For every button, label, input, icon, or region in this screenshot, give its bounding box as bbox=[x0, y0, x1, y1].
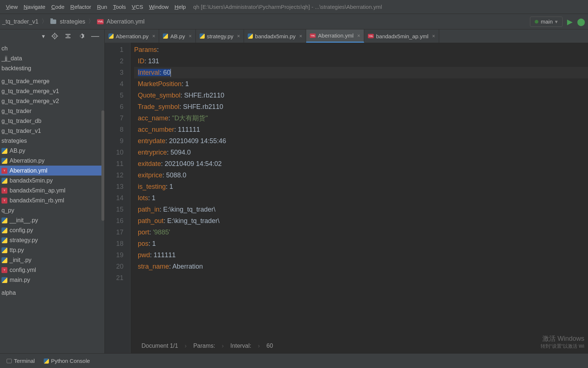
code-line[interactable]: exitdate: 20210409 14:54:02 bbox=[134, 158, 588, 170]
status-doc-position: Document 1/1 bbox=[141, 343, 178, 349]
status-path-segment[interactable]: 60 bbox=[266, 343, 273, 349]
tree-item[interactable]: strategies bbox=[0, 136, 104, 146]
code-line[interactable]: pos: 1 bbox=[134, 238, 588, 250]
debug-button[interactable]: ⬤ bbox=[577, 17, 585, 26]
code-body[interactable]: Params: ID: 131 Interval: 60 MarketPosit… bbox=[130, 43, 588, 353]
gear-icon[interactable] bbox=[78, 33, 85, 39]
menu-run[interactable]: Run bbox=[94, 2, 110, 11]
menu-vcs[interactable]: VCS bbox=[129, 2, 146, 11]
code-line[interactable]: Trade_symbol: SHFE.rb2110 bbox=[134, 101, 588, 113]
tree-item-label: bandadx5min_rb.yml bbox=[10, 197, 64, 204]
code-line[interactable]: ID: 131 bbox=[134, 56, 588, 67]
tree-item[interactable]: Ybandadx5min_rb.yml bbox=[0, 195, 104, 205]
code-line[interactable]: MarketPosition: 1 bbox=[134, 78, 588, 90]
close-tab-icon[interactable]: × bbox=[152, 33, 155, 39]
code-line[interactable]: Params: bbox=[134, 44, 588, 56]
run-configuration-selector[interactable]: main ▾ bbox=[530, 17, 563, 27]
code-line[interactable]: Quote_symbol: SHFE.rb2110 bbox=[134, 90, 588, 101]
close-tab-icon[interactable]: × bbox=[357, 33, 360, 39]
python-console-icon bbox=[44, 358, 49, 364]
menu-refactor[interactable]: Refactor bbox=[67, 2, 94, 11]
editor-tab[interactable]: YMLbandadx5min_ap.yml× bbox=[364, 29, 439, 43]
tree-item-label: bandadx5min.py bbox=[10, 177, 53, 184]
close-tab-icon[interactable]: × bbox=[237, 33, 240, 39]
breadcrumb-item[interactable]: strategies bbox=[60, 18, 85, 25]
tree-item[interactable]: strategy.py bbox=[0, 235, 104, 245]
locate-icon[interactable] bbox=[51, 33, 58, 39]
close-tab-icon[interactable]: × bbox=[299, 33, 302, 39]
expand-arrow-icon[interactable]: ▾ bbox=[42, 33, 45, 40]
tree-item[interactable]: Aberration.py bbox=[0, 156, 104, 166]
menu-window[interactable]: Window bbox=[146, 2, 171, 11]
code-line[interactable]: port: '9885' bbox=[134, 227, 588, 238]
tree-item[interactable]: bandadx5min.py bbox=[0, 176, 104, 185]
editor-tab[interactable]: AB.py× bbox=[159, 29, 196, 43]
code-line[interactable]: entrydate: 20210409 14:55:46 bbox=[134, 135, 588, 147]
python-file-icon bbox=[163, 33, 168, 39]
tree-item[interactable]: Ybandadx5min_ap.yml bbox=[0, 185, 104, 195]
status-path-segment[interactable]: Interval: bbox=[230, 343, 251, 349]
code-area[interactable]: 123456789101112131415161718192021 Params… bbox=[105, 43, 588, 353]
tree-item[interactable]: __init__.py bbox=[0, 215, 104, 225]
file-tree[interactable]: ch_jj_databacktestingg_tq_trade_mergeg_t… bbox=[0, 43, 104, 353]
tree-item[interactable]: g_tq_trade_merge bbox=[0, 76, 104, 86]
code-line[interactable]: pwd: 111111 bbox=[134, 250, 588, 261]
menu-help[interactable]: Help bbox=[172, 2, 189, 11]
status-path-segment[interactable]: Params: bbox=[193, 343, 215, 349]
tree-item[interactable]: AB.py bbox=[0, 146, 104, 156]
tree-item[interactable]: g_tq_trader bbox=[0, 106, 104, 116]
tree-item[interactable]: YAberration.yml bbox=[0, 166, 104, 176]
window-title-path: qh [E:\Users\Administrator\PycharmProjec… bbox=[193, 4, 382, 10]
code-line[interactable]: acc_number: 111111 bbox=[134, 124, 588, 135]
line-number: 16 bbox=[105, 215, 123, 227]
terminal-tool-button[interactable]: Terminal bbox=[7, 358, 35, 364]
scrollbar-thumb[interactable] bbox=[101, 110, 104, 221]
editor-tabs: Aberration.py×AB.py×strategy.py×bandadx5… bbox=[105, 29, 588, 43]
code-line[interactable]: stra_name: Aberration bbox=[134, 261, 588, 272]
tree-item[interactable]: q_py bbox=[0, 205, 104, 215]
code-line[interactable] bbox=[134, 272, 588, 284]
python-file-icon bbox=[1, 227, 7, 233]
code-line[interactable]: path_out: E:\king_tq_trader\ bbox=[134, 215, 588, 227]
code-line[interactable]: acc_name: "D大有期货" bbox=[134, 113, 588, 124]
tree-item[interactable]: backtesting bbox=[0, 63, 104, 73]
tab-label: AB.py bbox=[170, 33, 185, 39]
tree-item[interactable]: ttp.py bbox=[0, 245, 104, 255]
tree-item[interactable]: alpha bbox=[0, 288, 104, 298]
editor-tab[interactable]: Aberration.py× bbox=[105, 29, 159, 43]
code-line[interactable]: Interval: 60 bbox=[134, 67, 588, 78]
python-console-tool-button[interactable]: Python Console bbox=[44, 358, 90, 364]
breadcrumb-item[interactable]: _tq_trader_v1 bbox=[2, 18, 39, 25]
tree-item[interactable]: _jj_data bbox=[0, 53, 104, 63]
code-line[interactable]: is_testing: 1 bbox=[134, 181, 588, 192]
code-line[interactable]: exitprice: 5088.0 bbox=[134, 170, 588, 181]
collapse-all-icon[interactable] bbox=[65, 33, 71, 39]
menu-view[interactable]: View bbox=[3, 2, 21, 11]
close-tab-icon[interactable]: × bbox=[189, 33, 191, 39]
breadcrumb-item[interactable]: Aberration.yml bbox=[107, 18, 144, 25]
editor: Aberration.py×AB.py×strategy.py×bandadx5… bbox=[105, 29, 588, 353]
menu-code[interactable]: Code bbox=[48, 2, 67, 11]
run-button[interactable]: ▶ bbox=[567, 17, 573, 26]
menu-navigate[interactable]: Navigate bbox=[21, 2, 48, 11]
tree-item[interactable]: _init_.py bbox=[0, 255, 104, 265]
close-tab-icon[interactable]: × bbox=[432, 33, 435, 39]
tree-item[interactable]: g_tq_trader_db bbox=[0, 116, 104, 126]
tree-item-label: ch bbox=[1, 45, 8, 52]
editor-tab[interactable]: YMLAberration.yml× bbox=[306, 29, 364, 43]
code-line[interactable]: lots: 1 bbox=[134, 192, 588, 204]
line-number: 1 bbox=[105, 44, 123, 56]
tree-item[interactable]: g_tq_trade_merge_v2 bbox=[0, 96, 104, 106]
editor-tab[interactable]: strategy.py× bbox=[196, 29, 244, 43]
tree-item[interactable]: main.py bbox=[0, 275, 104, 285]
menu-tools[interactable]: Tools bbox=[110, 2, 129, 11]
tree-item[interactable]: ch bbox=[0, 43, 104, 53]
hide-sidebar-button[interactable]: — bbox=[91, 33, 99, 39]
code-line[interactable]: entryprice: 5094.0 bbox=[134, 147, 588, 158]
tree-item[interactable]: config.py bbox=[0, 225, 104, 235]
tree-item[interactable]: g_tq_trade_merge_v1 bbox=[0, 86, 104, 96]
editor-tab[interactable]: bandadx5min.py× bbox=[244, 29, 306, 43]
tree-item[interactable]: Yconfig.yml bbox=[0, 265, 104, 275]
tree-item[interactable]: g_tq_trader_v1 bbox=[0, 126, 104, 136]
code-line[interactable]: path_in: E:\king_tq_trader\ bbox=[134, 204, 588, 215]
